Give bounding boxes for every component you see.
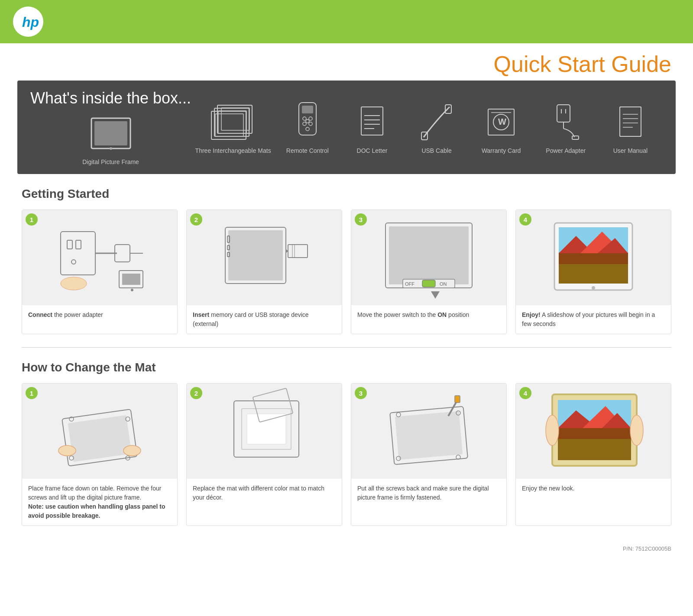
box-item-usb: USB Cable	[408, 100, 465, 154]
gs-step-2: 2 Insert memory card or USB	[186, 210, 342, 334]
box-item-doc: DOC Letter	[344, 100, 400, 154]
cm-step-2-img: 2	[187, 384, 342, 479]
gs-step-3-num: 3	[355, 213, 367, 226]
svg-text:hp: hp	[22, 14, 39, 30]
gs-step-4-img: 4	[516, 210, 671, 305]
warranty-icon: W	[486, 100, 516, 144]
svg-rect-34	[572, 136, 579, 139]
box-item-remote: Remote Control	[279, 100, 336, 154]
svg-rect-49	[122, 274, 140, 285]
svg-rect-87	[247, 414, 286, 444]
box-item-label-doc: DOC Letter	[357, 147, 388, 154]
cm-step-4-num: 4	[519, 387, 531, 399]
svg-point-13	[303, 117, 306, 120]
box-item-label-mats: Three Interchangeable Mats	[195, 147, 271, 154]
svg-rect-42	[67, 240, 72, 249]
cm-step-3-num: 3	[355, 387, 367, 399]
svg-text:ON: ON	[440, 281, 447, 287]
svg-rect-9	[218, 111, 246, 133]
svg-text:W: W	[498, 117, 506, 126]
svg-rect-62	[389, 226, 469, 284]
gs-step-2-img: 2	[187, 210, 342, 305]
cm-step-3-img: 3	[351, 384, 506, 479]
gs-step-1-num: 1	[26, 213, 38, 226]
cm-step-4-img: 4	[516, 384, 671, 479]
doc-icon	[359, 100, 385, 144]
mats-icon	[209, 100, 257, 144]
svg-rect-74	[559, 264, 628, 284]
getting-started-steps: 1	[22, 210, 671, 334]
svg-rect-57	[288, 245, 308, 258]
svg-point-15	[303, 122, 306, 126]
gs-step-3: 3 OFF ON Move the power switch to the ON…	[351, 210, 507, 334]
svg-point-82	[58, 445, 76, 456]
manual-icon	[616, 100, 644, 144]
gs-step-4: 4 Enjoy! A slides	[515, 210, 671, 334]
cm-step-4: 4 Enjo	[515, 383, 671, 526]
page-header: hp	[0, 0, 693, 43]
title-area: Quick Start Guide	[0, 43, 693, 81]
svg-rect-19	[361, 107, 383, 135]
cm-step-2: 2 Replace the mat with different color m…	[186, 383, 342, 526]
gs-step-1-img: 1	[22, 210, 177, 305]
box-section: What's inside the box... Digital Picture…	[17, 81, 676, 174]
svg-rect-77	[68, 415, 132, 462]
getting-started-section: Getting Started 1	[0, 174, 693, 347]
svg-point-75	[592, 286, 595, 290]
svg-rect-6	[214, 108, 249, 136]
gs-step-4-num: 4	[519, 213, 531, 226]
cm-step-4-desc: Enjoy the new look.	[516, 479, 671, 498]
gs-step-3-img: 3 OFF ON	[351, 210, 506, 305]
svg-point-51	[61, 277, 87, 290]
box-item-warranty: W Warranty Card	[473, 100, 529, 154]
cm-step-2-desc: Replace the mat with different color mat…	[187, 479, 342, 507]
box-heading: What's inside the box...	[30, 89, 191, 107]
svg-point-17	[306, 119, 309, 123]
part-number: P/N: 7512C00005B	[623, 545, 671, 552]
box-item-mats: Three Interchangeable Mats	[195, 100, 271, 154]
svg-point-83	[123, 445, 141, 456]
cm-step-1-desc: Place frame face down on table. Remove t…	[22, 479, 177, 526]
cm-step-1: 1 Place frame face down on table. Remov	[22, 383, 178, 526]
svg-rect-5	[211, 111, 246, 139]
change-mat-title: How to Change the Mat	[22, 361, 671, 374]
svg-rect-7	[217, 105, 252, 133]
box-item-label-power: Power Adapter	[546, 147, 586, 154]
svg-rect-90	[395, 411, 463, 460]
svg-rect-66	[422, 280, 435, 287]
cm-step-3-desc: Put all the screws back and make sure th…	[351, 479, 506, 507]
box-item-power: Power Adapter	[538, 100, 594, 154]
box-item-label-manual: User Manual	[613, 147, 648, 154]
cm-step-3: 3 Put all the screws back and make sure	[351, 383, 507, 526]
box-item-label-remote: Remote Control	[286, 147, 329, 154]
svg-rect-46	[115, 245, 130, 262]
box-item-label-usb: USB Cable	[421, 147, 451, 154]
svg-text:OFF: OFF	[405, 281, 415, 287]
box-item-label-frame: Digital Picture Frame	[82, 158, 139, 165]
svg-point-93	[396, 413, 401, 417]
svg-point-16	[309, 122, 312, 126]
page-title: Quick Start Guide	[22, 51, 671, 77]
svg-point-105	[630, 415, 643, 445]
svg-marker-67	[431, 291, 440, 299]
svg-rect-3	[94, 121, 127, 145]
gs-step-4-desc: Enjoy! A slideshow of your pictures will…	[516, 305, 671, 334]
box-item-manual: User Manual	[602, 100, 658, 154]
cm-step-2-num: 2	[190, 387, 202, 399]
box-item-frame: Digital Picture Frame	[30, 112, 191, 165]
svg-rect-92	[455, 396, 460, 403]
box-item-label-warranty: Warranty Card	[482, 147, 521, 154]
change-mat-steps: 1 Place frame face down on table. Remov	[22, 383, 671, 526]
svg-point-18	[306, 127, 309, 131]
frame-icon	[89, 112, 133, 155]
gs-step-3-desc: Move the power switch to the ON position	[351, 305, 506, 325]
box-items-list: Three Interchangeable Mats Remote Contro…	[191, 100, 663, 154]
svg-point-4	[110, 147, 112, 150]
gs-step-1: 1	[22, 210, 178, 334]
svg-rect-12	[302, 106, 313, 113]
svg-rect-30	[557, 105, 570, 122]
getting-started-title: Getting Started	[22, 187, 671, 201]
svg-rect-103	[558, 439, 631, 460]
gs-step-2-desc: Insert memory card or USB storage device…	[187, 305, 342, 334]
remote-icon	[292, 100, 323, 144]
